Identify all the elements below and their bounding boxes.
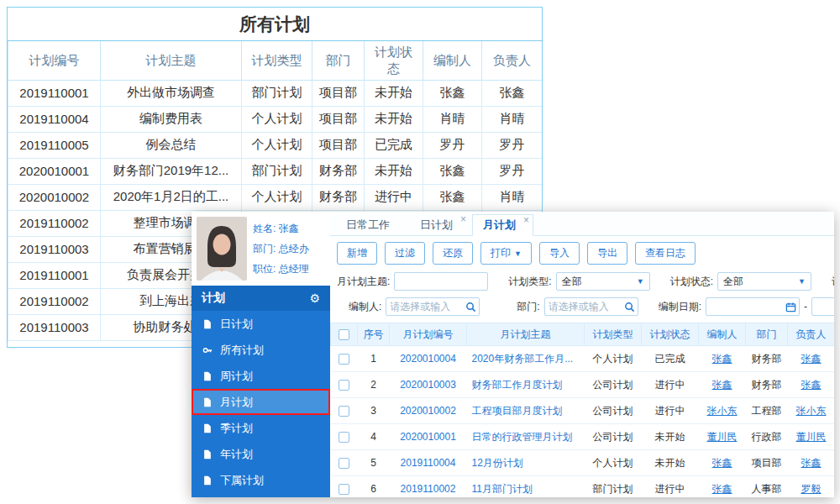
key-icon — [202, 345, 213, 355]
bg-table-cell: 项目部 — [312, 80, 365, 106]
cell-subject[interactable]: 2020年财务部工作月... — [467, 346, 585, 372]
cell-subject[interactable]: 12月份计划 — [467, 450, 585, 476]
sidebar-item-label: 日计划 — [220, 317, 253, 332]
fg-table-header-row: 序号月计划编号月计划主题计划类型计划状态编制人部门负责人 — [331, 323, 835, 346]
cell-code[interactable]: 2019110002 — [390, 476, 467, 498]
gear-icon[interactable]: ⚙ — [309, 291, 320, 305]
filter-button[interactable]: 过滤 — [385, 242, 425, 265]
sidebar: 姓名: 张鑫 部门: 总经办 职位: 总经理 计划 ⚙ 日计划所有计划周计划月计… — [192, 212, 330, 497]
tab-daily-work[interactable]: 日常工作 — [335, 213, 407, 235]
toolbar: 新增过滤还原打印▼导入导出查看日志 — [330, 236, 834, 269]
cell-dept: 行政部 — [746, 424, 788, 450]
sidebar-item-label: 年计划 — [220, 447, 253, 462]
import-button[interactable]: 导入 — [539, 242, 580, 265]
cell-owner[interactable]: 张小东 — [788, 398, 835, 424]
compile-date-end-input[interactable] — [811, 297, 834, 316]
cell-creator[interactable]: 张鑫 — [699, 476, 746, 498]
cell-type: 个人计划 — [585, 346, 642, 372]
cell-code[interactable]: 2020010003 — [390, 372, 467, 398]
row-checkbox[interactable] — [339, 354, 349, 365]
sidebar-nav: 日计划所有计划周计划月计划季计划年计划下属计划 — [192, 311, 330, 493]
cell-code[interactable]: 2019110004 — [390, 450, 467, 476]
bg-column-header: 编制人 — [423, 41, 482, 80]
cell-status: 进行中 — [642, 398, 699, 424]
cell-subject[interactable]: 11月部门计划 — [467, 476, 585, 498]
cell-status: 未开始 — [642, 424, 699, 450]
bg-column-header: 计划主题 — [101, 41, 242, 80]
search-icon[interactable] — [624, 302, 635, 312]
cell-owner[interactable]: 董川民 — [788, 424, 835, 450]
cell-type: 公司计划 — [585, 398, 642, 424]
cell-code[interactable]: 2020010002 — [390, 398, 467, 424]
status-filter-select[interactable]: 全部 ▼ — [717, 272, 811, 291]
cell-type: 公司计划 — [585, 372, 642, 398]
row-checkbox-cell — [331, 476, 358, 498]
cell-creator[interactable]: 张鑫 — [699, 372, 746, 398]
type-filter-value: 全部 — [562, 275, 582, 289]
row-checkbox[interactable] — [339, 458, 349, 469]
sidebar-item-daily-plan[interactable]: 日计划 — [192, 311, 330, 337]
bg-table-cell: 编制费用表 — [101, 106, 242, 132]
file-icon — [202, 423, 213, 433]
tab-monthly-plan[interactable]: 月计划× — [472, 214, 533, 236]
search-icon[interactable] — [465, 302, 476, 312]
view-log-button[interactable]: 查看日志 — [635, 242, 696, 265]
sidebar-item-annual-plan[interactable]: 年计划 — [192, 441, 330, 467]
file-icon — [202, 449, 213, 459]
type-filter-select[interactable]: 全部 ▼ — [556, 272, 650, 291]
tab-close-icon[interactable]: × — [523, 215, 529, 225]
cell-subject[interactable]: 日常的行政管理月计划 — [467, 424, 585, 450]
profile-card: 姓名: 张鑫 部门: 总经办 职位: 总经理 — [192, 212, 330, 286]
sidebar-item-monthly-plan[interactable]: 月计划 — [192, 389, 330, 415]
status-filter-label: 计划状态: — [670, 275, 713, 289]
sidebar-item-quarterly-plan[interactable]: 季计划 — [192, 415, 330, 441]
cell-owner[interactable]: 张鑫 — [788, 346, 835, 372]
row-checkbox[interactable] — [339, 484, 349, 495]
file-icon — [202, 475, 213, 486]
cell-owner[interactable]: 张鑫 — [788, 372, 835, 398]
export-button[interactable]: 导出 — [587, 242, 627, 265]
toolbar-button-label: 过滤 — [395, 246, 415, 260]
fg-column-header: 部门 — [746, 323, 788, 346]
cell-creator[interactable]: 张鑫 — [699, 346, 746, 372]
bg-table-cell: 2020010001 — [8, 158, 101, 184]
cell-code[interactable]: 2020010001 — [390, 424, 467, 450]
calendar-icon[interactable] — [785, 302, 796, 312]
plan-app-window: 姓名: 张鑫 部门: 总经办 职位: 总经理 计划 ⚙ 日计划所有计划周计划月计… — [192, 212, 834, 497]
sidebar-item-all-plans[interactable]: 所有计划 — [192, 337, 330, 363]
row-checkbox[interactable] — [339, 406, 349, 417]
bg-table-row: 2019110004编制费用表个人计划项目部未开始肖晴肖晴 — [8, 106, 543, 132]
cell-owner[interactable]: 张鑫 — [788, 450, 835, 476]
cell-subject[interactable]: 财务部工作月度计划 — [467, 372, 585, 398]
cell-code[interactable]: 2020010004 — [390, 346, 467, 372]
cell-no: 6 — [358, 476, 390, 498]
cell-creator[interactable]: 张鑫 — [699, 450, 746, 476]
fg-column-header: 月计划编号 — [390, 323, 467, 346]
sidebar-item-label: 下属计划 — [220, 473, 264, 488]
profile-name: 姓名: 张鑫 — [253, 222, 309, 236]
row-checkbox[interactable] — [339, 432, 349, 443]
restore-button[interactable]: 还原 — [433, 242, 473, 265]
cell-owner[interactable]: 罗毅 — [788, 476, 835, 498]
cell-creator[interactable]: 董川民 — [699, 424, 746, 450]
cell-creator[interactable]: 张小东 — [699, 398, 746, 424]
select-all-checkbox[interactable] — [339, 329, 349, 340]
tab-close-icon[interactable]: × — [460, 214, 466, 224]
bg-table-cell: 张鑫 — [482, 80, 543, 106]
tab-daily-plan[interactable]: 日计划× — [409, 213, 470, 235]
toolbar-button-label: 导出 — [597, 246, 617, 260]
add-button[interactable]: 新增 — [337, 242, 377, 265]
cell-no: 1 — [358, 346, 390, 372]
sidebar-item-subordinate-plans[interactable]: 下属计划 — [192, 467, 330, 493]
fg-column-header: 计划状态 — [642, 323, 699, 346]
row-checkbox-cell — [331, 346, 358, 372]
sidebar-item-weekly-plan[interactable]: 周计划 — [192, 363, 330, 389]
row-checkbox[interactable] — [339, 380, 349, 391]
toolbar-button-label: 导入 — [549, 246, 570, 260]
subject-filter-input[interactable] — [394, 272, 488, 291]
row-checkbox-cell — [331, 424, 358, 450]
print-button[interactable]: 打印▼ — [480, 242, 532, 265]
cell-subject[interactable]: 工程项目部月度计划 — [467, 398, 585, 424]
bg-column-header: 负责人 — [482, 41, 543, 80]
file-icon — [202, 319, 213, 329]
